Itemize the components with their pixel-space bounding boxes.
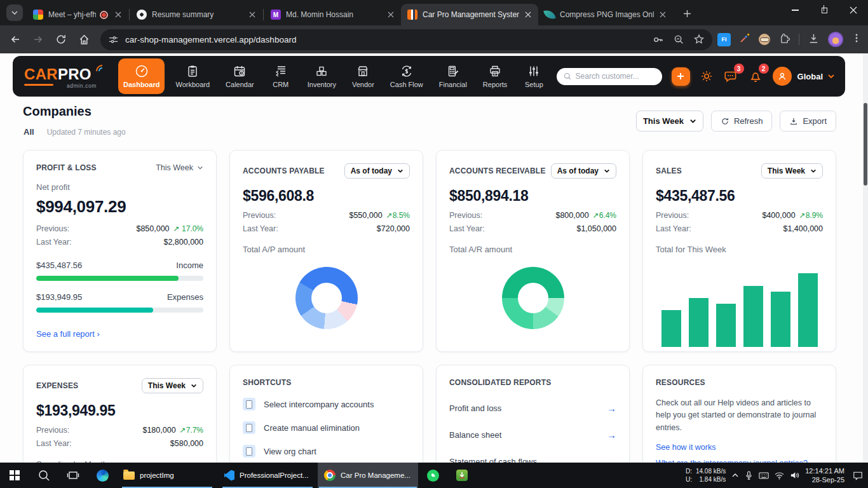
taskbar-app-chrome[interactable]: Car Pro Manageme... [318, 463, 418, 488]
extensions-puzzle-button[interactable] [778, 32, 790, 47]
bookmark-button[interactable] [693, 34, 705, 45]
notifications-button[interactable]: 2 [748, 69, 763, 84]
edge-icon [97, 470, 109, 482]
address-bar[interactable]: car-shop-management.vercel.app/dashboard [100, 29, 712, 50]
forward-button[interactable] [28, 29, 48, 50]
start-button[interactable] [0, 463, 29, 488]
browser-menu-button[interactable] [851, 33, 862, 46]
page-scrollbar[interactable] [863, 53, 868, 463]
edge-taskbar-icon[interactable] [88, 463, 117, 488]
tray-expand-button[interactable] [731, 471, 739, 479]
volume-tray-icon[interactable] [790, 471, 799, 480]
action-center-button[interactable] [853, 471, 863, 480]
customer-search[interactable] [557, 68, 662, 85]
see-full-report-link[interactable]: See a full report › [36, 329, 100, 339]
zoom-button[interactable] [673, 34, 684, 45]
month-label: M [716, 350, 736, 352]
export-button[interactable]: Export [780, 111, 836, 132]
nav-item-financial[interactable]: Financial [434, 58, 472, 94]
shortcut-create-elimination[interactable]: Create manual elimination [243, 421, 410, 434]
reload-button[interactable] [51, 29, 71, 50]
close-icon [388, 11, 394, 18]
taskbar-app-projectimg[interactable]: projectImg [117, 463, 217, 488]
tab-close-button[interactable] [386, 10, 396, 20]
shortcut-view-org-chart[interactable]: View org chart [243, 445, 410, 458]
cash-flow-icon [400, 64, 414, 78]
scrollbar-thumb[interactable] [864, 103, 867, 186]
upload-label: U: [686, 475, 692, 484]
add-new-button[interactable] [672, 67, 690, 86]
tab-close-button[interactable] [523, 10, 533, 20]
windows-logo-icon [10, 470, 20, 480]
period-select[interactable]: This Week [636, 111, 703, 132]
carpro-logo[interactable]: CARPRO admin.com [24, 67, 104, 86]
window-restore-button[interactable] [810, 0, 839, 20]
taskbar-app-whatsapp[interactable] [418, 463, 447, 488]
resources-card: RESOURCES Check out all our Help videos … [642, 365, 836, 463]
nav-item-calendar[interactable]: Calendar [220, 58, 259, 94]
calendar-icon [233, 64, 247, 78]
expenses-period-select[interactable]: This Week [142, 378, 203, 393]
report-cash-flows[interactable]: Statement of cash flows → [449, 456, 616, 463]
tab-search-button[interactable] [6, 4, 23, 21]
tab-resume-summary[interactable]: Resume summary [130, 4, 262, 25]
report-balance-sheet[interactable]: Balance sheet → [449, 430, 616, 440]
user-avatar[interactable] [773, 67, 792, 86]
filter-all[interactable]: All [24, 127, 34, 137]
back-button[interactable] [5, 29, 25, 50]
accounts-payable-period-select[interactable]: As of today [344, 163, 410, 179]
nav-item-workboard[interactable]: Workboard [170, 58, 215, 94]
messages-button[interactable]: 3 [723, 69, 738, 84]
tab-compress-png[interactable]: Compress PNG Images Onli [538, 4, 673, 25]
sales-period-select[interactable]: This Week [761, 163, 823, 179]
expenses-value: $193,949.95 [36, 292, 82, 302]
tab-meet[interactable]: Meet – yhj-efha-xor [27, 4, 128, 25]
fonts-extension-icon[interactable] [717, 33, 731, 46]
browser-profile-avatar[interactable] [828, 32, 843, 47]
wifi-tray-icon[interactable] [775, 471, 784, 480]
profit-loss-period-dropdown[interactable]: This Week [156, 163, 203, 172]
task-view-button[interactable] [58, 463, 88, 488]
report-profit-and-loss[interactable]: Profit and loss → [449, 403, 616, 414]
link-see-how-it-works[interactable]: See how it works [656, 443, 823, 452]
tab-momin-hossain[interactable]: Md. Momin Hossain [264, 4, 401, 25]
chevron-down-icon[interactable] [827, 72, 835, 80]
taskbar-app-idm[interactable] [447, 463, 477, 488]
microphone-tray-icon[interactable] [745, 471, 753, 480]
nav-item-reports[interactable]: Reports [478, 58, 513, 94]
nav-item-setup[interactable]: Setup [518, 58, 550, 94]
taskbar-clock[interactable]: 12:14:21 AM 28-Sep-25 [805, 466, 844, 485]
income-label: Income [176, 261, 203, 270]
tab-car-pro-active[interactable]: Car Pro Management System [401, 4, 538, 25]
window-close-button[interactable] [839, 0, 868, 20]
home-icon [78, 34, 90, 46]
window-minimize-button[interactable] [780, 0, 810, 20]
profit-loss-card: PROFIT & LOSS This Week Net profit $994,… [23, 150, 217, 352]
tab-close-button[interactable] [247, 10, 257, 20]
keyboard-tray-icon[interactable] [759, 471, 769, 480]
user-label[interactable]: Global [797, 72, 823, 81]
nav-item-inventory[interactable]: Inventory [302, 58, 341, 94]
shortcut-select-intercompany[interactable]: Select intercompany accounts [243, 398, 410, 410]
home-button[interactable] [74, 29, 94, 50]
tab-close-button[interactable] [113, 10, 123, 20]
color-picker-extension-icon[interactable] [739, 32, 750, 46]
card-title: ACCOUNTS PAYABLE [243, 166, 325, 175]
taskbar-app-vscode[interactable]: ProfessionalProject... [217, 463, 318, 488]
downloads-button[interactable] [808, 32, 820, 47]
tab-close-button[interactable] [658, 10, 668, 20]
password-manager-button[interactable] [652, 34, 664, 46]
accounts-receivable-period-select[interactable]: As of today [551, 163, 616, 179]
nav-item-cash-flow[interactable]: Cash Flow [385, 58, 428, 94]
settings-button[interactable] [700, 69, 714, 83]
network-speed-indicator[interactable]: D:14.08 kB/s U:1.84 kB/s [686, 467, 726, 484]
nav-item-dashboard[interactable]: Dashboard [118, 58, 165, 94]
taskbar-search-button[interactable] [29, 463, 58, 488]
new-tab-button[interactable] [678, 4, 696, 22]
nav-item-vendor[interactable]: Vendor [347, 58, 379, 94]
bar-mar [716, 304, 736, 347]
avatar-extension-icon[interactable] [759, 34, 770, 45]
nav-item-crm[interactable]: CRM [265, 58, 297, 94]
search-input[interactable] [576, 72, 652, 81]
refresh-button[interactable]: Refresh [711, 111, 773, 132]
